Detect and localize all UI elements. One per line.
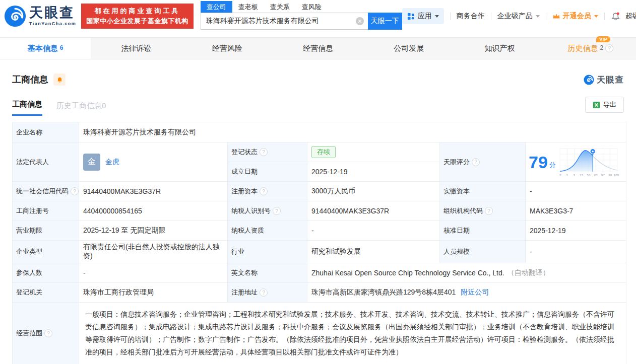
search-input[interactable]	[201, 13, 368, 30]
established-date-value: 2025-12-19	[307, 162, 440, 182]
english-name-value: Zhuhai Kesai Open Source Chip Technology…	[307, 263, 626, 283]
svg-text:3: 3	[574, 173, 576, 177]
field-label: 登记机关	[13, 283, 79, 303]
main-content: 工商信息 天眼查 工商信息 历史工商信息0	[0, 74, 636, 364]
nav-vip-label: 开通会员	[563, 12, 591, 21]
chevron-down-icon	[536, 15, 540, 18]
business-scope-value: 一般项目：信息技术咨询服务；企业管理咨询；工程和技术研究和试验发展；技术服务、技…	[79, 303, 626, 364]
brand-slogan-badge: 都在用的商业查询工具 国家中小企业发展子基金旗下机构	[81, 4, 194, 29]
chevron-down-icon	[435, 15, 439, 18]
field-label: 成立日期	[228, 162, 307, 182]
export-button[interactable]: 导出	[585, 97, 624, 113]
help-icon[interactable]: ?	[260, 187, 268, 195]
search-tab-company[interactable]: 查公司	[201, 1, 232, 13]
field-label: 经营范围 ?	[13, 303, 79, 364]
nav-enterprise-products[interactable]: 企业级产品	[497, 12, 540, 21]
tab-history-info[interactable]: VIP 历史信息 2 ?	[545, 38, 636, 59]
search-box: ✕ 天眼一下	[201, 13, 402, 30]
help-icon[interactable]: ?	[44, 329, 52, 337]
search-tab-relation[interactable]: 查关系	[264, 1, 296, 13]
tab-history-label: 历史信息	[567, 44, 598, 53]
subscribe-bell-button[interactable]	[53, 74, 66, 86]
header-nav: 应用 商务合作 企业级产品 开通会员	[402, 8, 636, 24]
watermark-text: 天眼查	[597, 74, 624, 86]
header: 天眼查 TianYanCha.com 都在用的商业查询工具 国家中小企业发展子基…	[0, 0, 636, 32]
svg-text:99: 99	[608, 173, 612, 177]
tab-history-count: 2	[600, 44, 603, 51]
help-icon[interactable]: ?	[260, 288, 268, 297]
tab-operating-risk[interactable]: 经营风险	[182, 38, 273, 59]
tab-legal-proceedings[interactable]: 法律诉讼	[91, 38, 181, 59]
clear-search-icon[interactable]: ✕	[356, 17, 364, 25]
score-number: 79	[529, 154, 548, 171]
vip-badge: VIP	[596, 36, 610, 42]
legal-rep-value: 金 金虎	[79, 142, 228, 182]
business-info-table: 企业名称 珠海科赛开源芯片技术服务有限公司 法定代表人 金 金虎 登记状态 ? …	[12, 122, 626, 364]
excel-icon	[593, 101, 600, 109]
nav-enterprise-label: 企业级产品	[497, 12, 533, 21]
logo-title: 天眼查	[29, 6, 76, 20]
nav-business-coop[interactable]: 商务合作	[457, 12, 485, 21]
export-label: 导出	[603, 100, 616, 109]
nav-separator	[491, 13, 491, 20]
nearby-companies-link[interactable]: 附近公司	[461, 288, 489, 297]
table-row: 登记机关 珠海市工商行政管理局 注册地址 ? 珠海市高新区唐家湾镇鼎兴路129号…	[13, 283, 626, 303]
field-label: 实缴资本	[440, 182, 526, 201]
tab-operating-info[interactable]: 经营信息	[273, 38, 363, 59]
table-row: 工商注册号 440400000854165 纳税人识别号 ? 91440400M…	[13, 201, 626, 221]
subtab-business-info[interactable]: 工商信息	[12, 100, 42, 116]
tab-basic-count: 6	[60, 44, 63, 51]
nav-apps-label: 应用	[418, 12, 432, 21]
field-label: 参保人数	[13, 263, 79, 283]
table-row: 统一社会信用代码 ? 91440400MAK3E3G37R 注册资本 ? 300…	[13, 182, 626, 201]
help-icon[interactable]: ?	[273, 207, 281, 215]
tab-intellectual-property[interactable]: 知识产权	[454, 38, 545, 59]
table-row: 营业期限 2025-12-19 至 无固定期限 纳税人资质 - 核准日期 202…	[13, 221, 626, 241]
tab-ip-label: 知识产权	[485, 44, 515, 53]
business-term-value: 2025-12-19 至 无固定期限	[79, 221, 228, 241]
search-tab-boss[interactable]: 查老板	[232, 1, 264, 13]
taxpayer-qualification-value: -	[307, 221, 440, 241]
tianyancha-logo[interactable]: 天眼查 TianYanCha.com	[4, 5, 76, 27]
help-icon[interactable]: ?	[71, 187, 79, 195]
field-label: 统一社会信用代码 ?	[13, 182, 79, 201]
field-label: 营业期限	[13, 221, 79, 241]
help-icon[interactable]: ?	[472, 158, 480, 166]
notification-bell[interactable]	[611, 12, 620, 21]
search-button[interactable]: 天眼一下	[368, 13, 402, 30]
insured-count-value: -	[79, 263, 228, 283]
chevron-down-icon	[594, 15, 598, 18]
search-tab-risk[interactable]: 查风险	[296, 1, 328, 13]
subtab-row: 工商信息 历史工商信息0 导出	[12, 97, 624, 116]
tab-basic-info[interactable]: 基本信息 6	[0, 38, 91, 59]
section-title: 工商信息	[12, 74, 48, 86]
field-label: 纳税人资质	[228, 221, 307, 241]
tianyancha-page: 天眼查 TianYanCha.com 都在用的商业查询工具 国家中小企业发展子基…	[0, 0, 636, 364]
help-icon[interactable]: ?	[485, 207, 493, 215]
field-label: 工商注册号	[13, 201, 79, 221]
svg-text:100: 100	[614, 173, 619, 177]
nav-risk-label: 超级风...	[625, 12, 636, 21]
crown-icon	[552, 12, 560, 20]
avatar[interactable]: 金	[83, 154, 100, 171]
subtab-history-business-info[interactable]: 历史工商信息0	[56, 101, 106, 116]
field-label: 英文名称	[228, 263, 307, 283]
field-label: 组织机构代码 ?	[440, 201, 526, 221]
status-badge: 存续	[311, 146, 336, 158]
auto-translate-note: （自动翻译）	[507, 268, 550, 277]
tab-basic-label: 基本信息	[28, 44, 58, 53]
nav-apps[interactable]: 应用	[402, 8, 444, 24]
registered-capital-value: 3000万人民币	[307, 182, 440, 201]
nav-open-vip[interactable]: 开通会员	[552, 12, 598, 21]
tab-company-development[interactable]: 公司发展	[363, 38, 454, 59]
help-icon[interactable]: ?	[605, 44, 613, 52]
svg-text:0: 0	[559, 173, 561, 177]
help-icon[interactable]: ?	[260, 148, 268, 156]
legal-rep-link[interactable]: 金虎	[105, 158, 119, 167]
table-row: 经营范围 ? 一般项目：信息技术咨询服务；企业管理咨询；工程和技术研究和试验发展…	[13, 303, 626, 364]
bell-icon	[611, 12, 620, 21]
field-label: 纳税人识别号 ?	[228, 201, 307, 221]
search-area: 查公司 查老板 查关系 查风险 ✕ 天眼一下	[201, 1, 402, 30]
watermark-logo: 天眼查	[584, 74, 624, 86]
nav-super-risk[interactable]: 超级风...	[625, 12, 636, 21]
